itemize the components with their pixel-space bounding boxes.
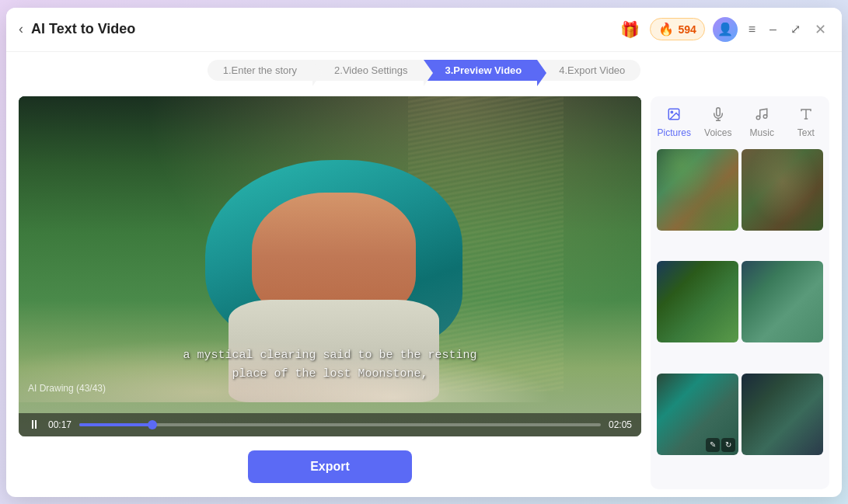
tab-text-label: Text bbox=[797, 127, 815, 138]
panel-image-6[interactable] bbox=[742, 374, 823, 455]
right-panel: Pictures Voices Mu bbox=[651, 96, 829, 489]
step-2[interactable]: 2.Video Settings bbox=[312, 60, 423, 81]
minimize-button[interactable]: – bbox=[766, 19, 780, 40]
title-icons: 🎁 🔥 594 👤 ≡ – ⤢ ✕ bbox=[617, 17, 829, 42]
tab-voices-label: Voices bbox=[704, 127, 731, 138]
main-content: AI Drawing (43/43) a mystical clearing s… bbox=[6, 89, 842, 497]
coin-count: 594 bbox=[678, 23, 696, 36]
panel-image-5[interactable]: ✎ ↻ bbox=[657, 374, 738, 455]
time-total: 02:05 bbox=[609, 419, 632, 430]
video-area: AI Drawing (43/43) a mystical clearing s… bbox=[19, 96, 641, 489]
steps-nav: 1.Enter the story 2.Video Settings 3.Pre… bbox=[6, 52, 842, 89]
panel-image-4[interactable] bbox=[742, 261, 823, 342]
avatar-glyph: 👤 bbox=[717, 22, 733, 36]
panel-images-grid: ✎ ↻ bbox=[651, 146, 829, 489]
panel-image-1-inner bbox=[657, 149, 738, 231]
progress-bar[interactable] bbox=[79, 423, 601, 426]
panel-image-2-inner bbox=[742, 149, 823, 231]
video-subtitle: a mystical clearing said to be the resti… bbox=[19, 340, 641, 390]
svg-point-4 bbox=[757, 116, 761, 120]
text-icon bbox=[799, 107, 813, 125]
step-3-label: 3.Preview Video bbox=[445, 64, 522, 76]
step-2-label: 2.Video Settings bbox=[334, 64, 407, 76]
panel-image-3-inner bbox=[657, 261, 738, 342]
voices-icon bbox=[711, 107, 725, 125]
tab-pictures-label: Pictures bbox=[658, 127, 691, 138]
tab-voices[interactable]: Voices bbox=[698, 103, 739, 143]
tab-pictures[interactable]: Pictures bbox=[654, 103, 695, 143]
step-3[interactable]: 3.Preview Video bbox=[424, 60, 538, 81]
subtitle-line1: a mystical clearing said to be the resti… bbox=[183, 349, 476, 362]
progress-thumb[interactable] bbox=[148, 420, 157, 429]
subtitle-line2: place of the lost Moonstone, bbox=[232, 367, 427, 381]
panel-tabs: Pictures Voices Mu bbox=[651, 96, 829, 146]
img2-detail bbox=[742, 149, 823, 231]
tab-text[interactable]: Text bbox=[786, 103, 827, 143]
title-bar: ‹ AI Text to Video 🎁 🔥 594 👤 ≡ – ⤢ ✕ bbox=[6, 8, 842, 52]
img5-refresh-button[interactable]: ↻ bbox=[721, 438, 735, 452]
tab-music[interactable]: Music bbox=[742, 103, 783, 143]
panel-image-2[interactable] bbox=[742, 149, 823, 231]
app-title: AI Text to Video bbox=[31, 21, 617, 37]
panel-image-1[interactable] bbox=[657, 149, 738, 231]
panel-image-3[interactable] bbox=[657, 261, 738, 342]
coin-badge[interactable]: 🔥 594 bbox=[650, 18, 704, 40]
panel-image-6-inner bbox=[742, 374, 823, 455]
step-1[interactable]: 1.Enter the story bbox=[208, 60, 312, 81]
panel-image-4-inner bbox=[742, 261, 823, 342]
gift-icon[interactable]: 🎁 bbox=[617, 17, 642, 42]
svg-point-5 bbox=[764, 114, 768, 118]
progress-fill bbox=[79, 423, 152, 426]
avatar-icon[interactable]: 👤 bbox=[713, 17, 738, 42]
img1-detail bbox=[657, 149, 738, 231]
pause-button[interactable]: ⏸ bbox=[28, 418, 40, 432]
step-4[interactable]: 4.Export Video bbox=[537, 60, 640, 81]
img5-edit-icons: ✎ ↻ bbox=[706, 438, 735, 452]
app-window: ‹ AI Text to Video 🎁 🔥 594 👤 ≡ – ⤢ ✕ 1.E… bbox=[6, 8, 842, 497]
coin-icon: 🔥 bbox=[658, 22, 674, 36]
video-player: AI Drawing (43/43) a mystical clearing s… bbox=[19, 96, 641, 436]
time-current: 00:17 bbox=[48, 419, 72, 430]
back-button[interactable]: ‹ bbox=[19, 21, 23, 37]
step-4-label: 4.Export Video bbox=[559, 64, 625, 76]
tab-music-label: Music bbox=[750, 127, 774, 138]
video-controls: ⏸ 00:17 02:05 bbox=[19, 413, 641, 436]
music-icon bbox=[755, 107, 769, 125]
img5-edit-button[interactable]: ✎ bbox=[706, 438, 720, 452]
step-1-label: 1.Enter the story bbox=[223, 64, 297, 76]
svg-point-1 bbox=[672, 111, 673, 113]
pictures-icon bbox=[667, 107, 681, 125]
export-area: Export bbox=[19, 444, 641, 489]
close-button[interactable]: ✕ bbox=[811, 18, 829, 41]
maximize-button[interactable]: ⤢ bbox=[787, 19, 804, 40]
menu-icon[interactable]: ≡ bbox=[745, 19, 759, 40]
export-button[interactable]: Export bbox=[248, 450, 412, 483]
subtitle-text: a mystical clearing said to be the resti… bbox=[34, 346, 626, 384]
